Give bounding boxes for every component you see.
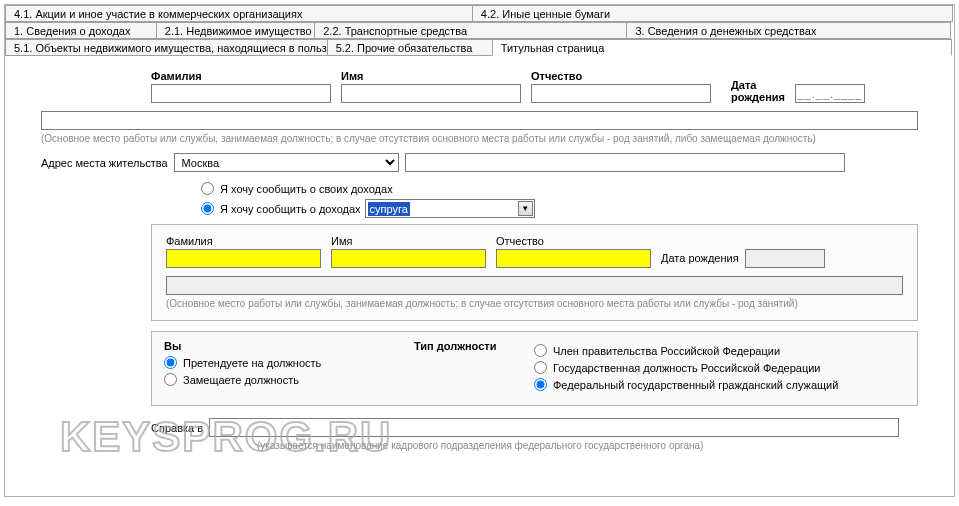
tab-4-2[interactable]: 4.2. Иные ценные бумаги xyxy=(472,5,953,22)
tabs: 4.1. Акции и иное участие в коммерческих… xyxy=(5,5,954,56)
radio-apply-position[interactable] xyxy=(164,356,177,369)
spouse-patronymic-input[interactable] xyxy=(496,249,651,268)
radio-relative-income-label: Я хочу сообщить о доходах xyxy=(220,203,361,215)
spouse-workplace-input[interactable] xyxy=(166,276,903,295)
tab-2-2[interactable]: 2.2. Транспортные средства xyxy=(314,22,627,39)
spouse-workplace-hint: (Основное место работы или службы, заним… xyxy=(166,298,903,310)
name-label: Имя xyxy=(341,70,521,84)
address-city-select[interactable]: Москва xyxy=(174,153,399,172)
position-panel: Вы Претендуете на должность Замещаете до… xyxy=(151,331,918,406)
patronymic-label: Отчество xyxy=(531,70,711,84)
radio-fed-civil[interactable] xyxy=(534,378,547,391)
relative-select[interactable]: супруга ▼ xyxy=(365,199,535,218)
surname-input[interactable] xyxy=(151,84,331,103)
spouse-patronymic-label: Отчество xyxy=(496,235,651,249)
tab-2-1[interactable]: 2.1. Недвижимое имущество xyxy=(156,22,315,39)
dob-label-2: рождения xyxy=(731,91,785,103)
surname-label: Фамилия xyxy=(151,70,331,84)
spouse-panel: Фамилия Имя Отчество Дата рождения xyxy=(151,224,918,321)
radio-hold-position[interactable] xyxy=(164,373,177,386)
chevron-down-icon: ▼ xyxy=(518,201,533,216)
name-input[interactable] xyxy=(341,84,521,103)
tab-1[interactable]: 1. Сведения о доходах xyxy=(5,22,157,39)
spouse-surname-input[interactable] xyxy=(166,249,321,268)
title-page-content: Фамилия Имя Отчество Дата рождения __.__… xyxy=(5,56,954,458)
workplace-hint: (Основное место работы или службы, заним… xyxy=(41,133,918,145)
spravka-hint: (указывается наименование кадрового подр… xyxy=(257,440,918,452)
spravka-input[interactable] xyxy=(209,418,899,437)
main-frame: 4.1. Акции и иное участие в коммерческих… xyxy=(4,4,955,497)
address-label: Адрес места жительства xyxy=(41,157,168,169)
tab-3[interactable]: 3. Сведения о денежных средствах xyxy=(626,22,951,39)
radio-gov-member-label: Член правительства Российской Федерации xyxy=(553,345,780,357)
dob-input[interactable]: __.__.____ xyxy=(795,84,865,103)
tab-5-1[interactable]: 5.1. Объекты недвижимого имущества, нахо… xyxy=(5,39,328,56)
radio-hold-position-label: Замещаете должность xyxy=(183,374,299,386)
dob-label-1: Дата xyxy=(731,79,785,91)
tab-4-1[interactable]: 4.1. Акции и иное участие в коммерческих… xyxy=(5,5,473,22)
radio-apply-position-label: Претендуете на должность xyxy=(183,357,321,369)
spravka-label: Справка в xyxy=(151,422,203,434)
address-extra-input[interactable] xyxy=(405,153,845,172)
spouse-name-label: Имя xyxy=(331,235,486,249)
income-for-block: Я хочу сообщить о своих доходах Я хочу с… xyxy=(201,182,918,218)
spouse-name-input[interactable] xyxy=(331,249,486,268)
spouse-dob-input[interactable] xyxy=(745,249,825,268)
spouse-dob-label: Дата рождения xyxy=(661,252,739,266)
radio-fed-civil-label: Федеральный государственный гражданский … xyxy=(553,379,838,391)
radio-gov-position[interactable] xyxy=(534,361,547,374)
spouse-surname-label: Фамилия xyxy=(166,235,321,249)
tab-5-2[interactable]: 5.2. Прочие обязательства xyxy=(327,39,493,56)
position-type-heading: Тип должности xyxy=(414,340,514,352)
radio-relative-income[interactable] xyxy=(201,202,214,215)
relative-select-value: супруга xyxy=(368,202,410,216)
tab-title-page[interactable]: Титульная страница xyxy=(492,39,952,56)
radio-own-income[interactable] xyxy=(201,182,214,195)
patronymic-input[interactable] xyxy=(531,84,711,103)
radio-gov-member[interactable] xyxy=(534,344,547,357)
radio-gov-position-label: Государственная должность Российской Фед… xyxy=(553,362,821,374)
you-heading: Вы xyxy=(164,340,394,352)
workplace-input[interactable] xyxy=(41,111,918,130)
radio-own-income-label: Я хочу сообщить о своих доходах xyxy=(220,183,393,195)
